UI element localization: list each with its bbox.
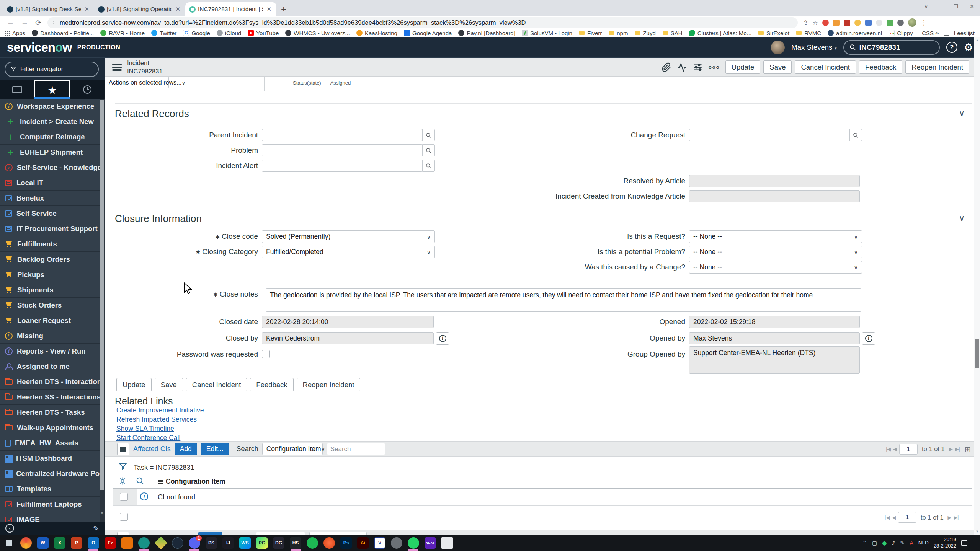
user-menu[interactable]: Max Stevens▾ [791,43,836,52]
address-bar[interactable]: medtronicprod.service-now.com/nav_to.do?… [47,17,798,28]
sidebar-item[interactable]: Assigned to me [0,359,105,374]
bookmark-item[interactable]: iCloud [217,30,242,36]
tab-close-icon[interactable]: ✕ [83,6,90,13]
sidebar-item[interactable]: Heerlen DTS - Tasks [0,405,105,420]
sidebar-item[interactable]: EMEA_HW_Assets [0,435,105,451]
next-page-icon[interactable]: ▶ [949,446,952,452]
tab-close-icon[interactable]: ✕ [265,6,273,13]
attachment-icon[interactable] [662,62,671,72]
filter-navigator[interactable] [5,62,99,77]
url-text[interactable]: medtronicprod.service-now.com/nav_to.do?… [60,19,526,26]
sidebar-item[interactable]: IT Procurement Support [0,221,105,236]
change-request-lookup-button[interactable] [849,129,862,141]
bookmark-item[interactable]: SAH [662,30,683,36]
select-all-checkbox[interactable] [120,513,128,521]
browser-menu-icon[interactable]: ⋮ [921,19,927,27]
profile-avatar[interactable] [908,18,916,27]
taskbar-clock[interactable]: 20:19 28-2-2022 [934,536,956,549]
bookmark-item[interactable]: Google [183,30,210,36]
search-field-select[interactable]: Opened∨ [256,532,305,535]
sidebar-item[interactable]: Missing [0,328,105,344]
sidebar-item[interactable]: Walk-up Appointments [0,420,105,435]
last-page-icon[interactable]: ▶| [955,446,960,452]
sidebar-item[interactable]: Incident > Create New [0,114,105,129]
notification-center-icon[interactable] [961,540,967,546]
action-button[interactable]: Cancel Incident [186,378,247,391]
sidebar-item[interactable]: Computer Reimage [0,129,105,145]
problem-field[interactable] [262,144,423,156]
edit-favorites-icon[interactable]: ✎ [93,524,99,533]
related-link[interactable]: Start Conference Call [116,434,204,442]
next-page-icon[interactable]: ▶ [948,515,951,520]
section-closure-information[interactable]: Closure Information [115,213,202,225]
sidebar-item[interactable]: Self Service [0,206,105,221]
personalize-form-icon[interactable] [693,62,703,72]
taskbar-app-icon[interactable] [405,535,422,551]
tray-icon[interactable]: ▢ [872,540,877,546]
tab-favorites[interactable]: ★ [34,80,70,99]
action-button[interactable]: Cancel Incident [795,60,856,74]
prev-page-icon[interactable]: ◀ [892,515,895,520]
bookmark-star-icon[interactable]: ☆ [812,19,818,26]
taskbar-app-icon[interactable] [388,535,405,551]
close-notes-textarea[interactable]: The geolocation is provided by the local… [266,288,861,312]
extension-icon[interactable] [876,20,882,26]
taskbar-app-icon[interactable]: WS [237,535,253,551]
user-avatar[interactable] [771,41,785,54]
close-code-select[interactable]: Solved (Permanently)∨ [262,230,435,243]
sidebar-collapse-icon[interactable]: ‹ [5,524,14,533]
taskbar-app-icon[interactable]: NEXT [422,535,439,551]
tray-icon[interactable]: ^ [862,540,867,546]
activity-stream-icon[interactable] [677,62,687,72]
share-icon[interactable]: ⇪ [803,19,808,26]
bookmark-item[interactable]: Apps [4,30,25,36]
bookmark-item[interactable]: Fiverr [579,30,602,36]
servicenow-logo[interactable]: servicenow [7,40,72,55]
sidebar-item[interactable]: Fulfillment Laptops [0,497,105,512]
incident-alert-lookup-button[interactable] [422,160,435,172]
ci-record-link[interactable]: CI not found [158,493,195,501]
scroll-up-icon[interactable]: ▲ [974,38,980,42]
sidebar-item[interactable]: Heerlen DTS - Interactions [0,374,105,390]
bookmark-item[interactable]: KaasHosting [356,30,397,36]
extension-icon[interactable] [887,20,893,26]
password-requested-checkbox[interactable] [262,350,270,358]
column-header-configuration-item[interactable]: Configuration Item [158,478,225,486]
search-field-select[interactable]: Configuration Item∨ [262,443,323,455]
sidebar-scrollbar[interactable]: ▼ [100,99,105,522]
bookmark-item[interactable]: Pay.nl [Dashboard] [458,30,515,36]
taskbar-app-icon[interactable] [169,535,186,551]
taskbar-app-icon[interactable] [152,535,169,551]
filter-navigator-input[interactable] [20,65,85,73]
bookmark-item[interactable]: RAVR - Home [100,30,145,36]
global-search-input[interactable]: INC7982831 [843,40,940,55]
sidebar-item[interactable]: Self-Service - Knowledge [0,160,105,175]
list-search-input[interactable] [327,443,385,455]
bookmark-item[interactable]: Twitter [151,30,176,36]
sidebar-item[interactable]: Loaner Request [0,313,105,328]
extension-icon[interactable] [833,20,840,26]
tab-search-icon[interactable]: ∨ [924,4,928,10]
bookmark-item[interactable]: WHMCS - Uw overz... [285,30,350,36]
list-context-menu-icon[interactable] [117,443,129,455]
taskbar-app-icon[interactable] [321,535,338,551]
tray-icon[interactable]: A [910,540,913,546]
bookmark-item[interactable]: npm [608,30,628,36]
first-page-icon[interactable]: |◀ [886,446,890,452]
tab-close-icon[interactable]: ✕ [174,6,181,13]
taskbar-app-icon[interactable]: V [371,535,388,551]
taskbar-app-icon[interactable]: X [51,535,68,551]
action-button[interactable]: Update [116,378,152,391]
extension-icon[interactable] [854,20,861,26]
closing-category-select[interactable]: Fulfilled/Completed∨ [262,246,435,258]
browser-tab[interactable]: [v1.8] Signalling Operations Guid ✕ [94,2,185,16]
list-search-input[interactable] [309,532,367,535]
taskbar-app-icon[interactable] [18,535,34,551]
bookmark-item[interactable]: YouTube [248,30,279,36]
caused-by-change-select[interactable]: -- None --∨ [689,261,862,274]
sidebar-item[interactable]: Shipments [0,282,105,298]
bookmark-item[interactable]: RVMC [796,30,821,36]
scrollbar-thumb[interactable] [100,100,104,490]
page-scrollbar[interactable]: ▲ ▼ [974,37,980,535]
taskbar-app-icon[interactable]: DG [270,535,287,551]
